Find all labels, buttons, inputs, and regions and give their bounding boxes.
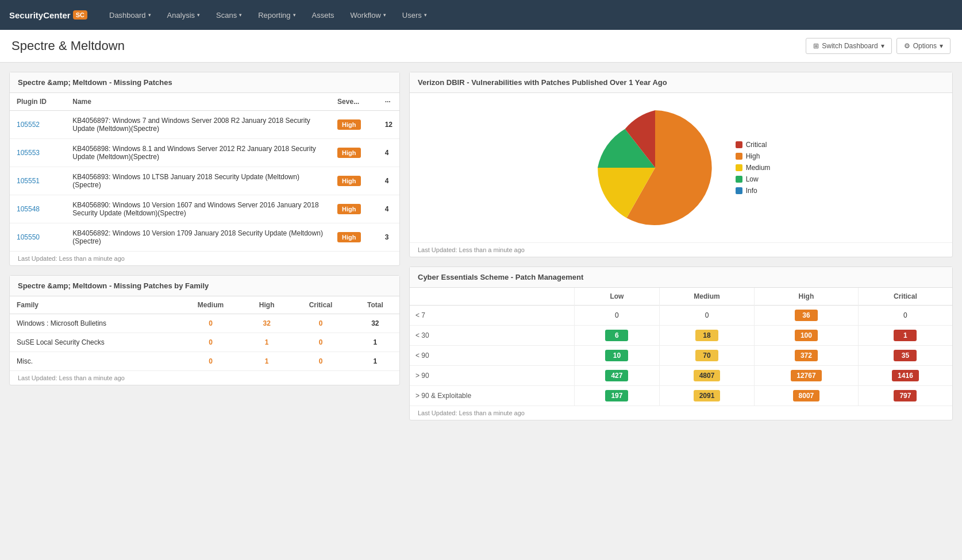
- cell-family: Windows : Microsoft Bulletins: [10, 314, 178, 333]
- table-row[interactable]: < 30 6 18 100 1: [410, 326, 952, 346]
- cell-high: 1: [243, 333, 290, 352]
- table-row[interactable]: < 90 10 70 372 35: [410, 346, 952, 366]
- panel-cyber-essentials: Cyber Essentials Scheme - Patch Manageme…: [409, 267, 953, 420]
- nav-item-scans[interactable]: Scans ▾: [208, 0, 250, 30]
- missing-patches-table: Plugin ID Name Seve... ··· 105552 KB4056…: [10, 93, 399, 251]
- cell-medium: 0: [178, 333, 243, 352]
- cell-total: 1: [351, 333, 399, 352]
- family-col-family: Family: [10, 296, 178, 314]
- col-severity: Seve...: [330, 93, 378, 111]
- table-row[interactable]: 105553 KB4056898: Windows 8.1 and Window…: [10, 139, 399, 167]
- right-column: Verizon DBIR - Vulnerabilities with Patc…: [409, 72, 953, 420]
- cell-name: KB4056897: Windows 7 and Windows Server …: [66, 111, 330, 139]
- cell-count: 3: [378, 223, 399, 252]
- chevron-down-icon: ▾: [293, 12, 296, 18]
- legend-critical: Critical: [736, 141, 771, 149]
- patch-col-critical: Critical: [858, 288, 952, 306]
- legend-dot-critical: [736, 141, 742, 148]
- table-row[interactable]: Misc. 0 1 0 1: [10, 352, 399, 371]
- legend-label-medium: Medium: [746, 164, 771, 172]
- cell-count: 4: [378, 167, 399, 195]
- panel2-body: Family Medium High Critical Total Window…: [10, 296, 399, 370]
- table-row[interactable]: 105552 KB4056897: Windows 7 and Windows …: [10, 111, 399, 139]
- legend-dot-low: [736, 176, 742, 183]
- panel2-footer: Last Updated: Less than a minute ago: [10, 370, 399, 385]
- panel3-header: Verizon DBIR - Vulnerabilities with Patc…: [410, 72, 952, 93]
- nav-item-analysis[interactable]: Analysis ▾: [159, 0, 208, 30]
- cell-total: 1: [351, 352, 399, 371]
- options-button[interactable]: ⚙ Options ▾: [896, 38, 951, 54]
- family-col-critical: Critical: [290, 296, 351, 314]
- cell-range: < 90: [410, 346, 574, 366]
- chevron-down-icon: ▾: [940, 42, 943, 50]
- nav-item-users[interactable]: Users ▾: [394, 0, 435, 30]
- legend-medium: Medium: [736, 164, 771, 172]
- col-name: Name: [66, 93, 330, 111]
- cell-medium: 2091: [660, 386, 755, 406]
- pie-chart: [592, 105, 718, 231]
- table-row[interactable]: < 7 0 0 36 0: [410, 306, 952, 326]
- cell-critical: 797: [858, 386, 952, 406]
- legend-high: High: [736, 152, 771, 160]
- legend-info: Info: [736, 187, 771, 195]
- legend-dot-medium: [736, 164, 742, 171]
- panel-verizon-dbir: Verizon DBIR - Vulnerabilities with Patc…: [409, 72, 953, 257]
- panel3-footer: Last Updated: Less than a minute ago: [410, 242, 952, 257]
- nav-item-assets[interactable]: Assets: [304, 0, 343, 30]
- table-row[interactable]: 105550 KB4056892: Windows 10 Version 170…: [10, 223, 399, 252]
- switch-dashboard-button[interactable]: ⊞ Switch Dashboard ▾: [806, 38, 891, 54]
- table-row[interactable]: > 90 & Exploitable 197 2091 8007 797: [410, 386, 952, 406]
- cell-medium: 0: [660, 306, 755, 326]
- table-row[interactable]: Windows : Microsoft Bulletins 0 32 0 32: [10, 314, 399, 333]
- table-row[interactable]: 105548 KB4056890: Windows 10 Version 160…: [10, 195, 399, 223]
- cell-critical: 1: [858, 326, 952, 346]
- panel-missing-patches-family: Spectre &amp; Meltdown - Missing Patches…: [9, 275, 400, 385]
- legend-label-high: High: [746, 152, 760, 160]
- nav-item-reporting[interactable]: Reporting ▾: [250, 0, 303, 30]
- brand: SecurityCenter SC: [9, 10, 87, 20]
- cell-severity: High: [330, 111, 378, 139]
- chevron-down-icon: ▾: [148, 12, 151, 18]
- patch-management-table: Low Medium High Critical < 7 0 0 36 0 < …: [410, 288, 952, 405]
- chevron-down-icon: ▾: [197, 12, 200, 18]
- cell-range: < 7: [410, 306, 574, 326]
- cell-high: 12767: [754, 366, 858, 386]
- cell-high: 100: [754, 326, 858, 346]
- nav-item-workflow[interactable]: Workflow ▾: [343, 0, 394, 30]
- panel1-body: Plugin ID Name Seve... ··· 105552 KB4056…: [10, 93, 399, 251]
- cell-name: KB4056892: Windows 10 Version 1709 Janua…: [66, 223, 330, 252]
- panel4-footer: Last Updated: Less than a minute ago: [410, 405, 952, 420]
- cell-severity: High: [330, 223, 378, 252]
- chevron-down-icon: ▾: [424, 12, 427, 18]
- nav-item-dashboard[interactable]: Dashboard ▾: [101, 0, 159, 30]
- table-row[interactable]: 105551 KB4056893: Windows 10 LTSB Januar…: [10, 167, 399, 195]
- cell-range: > 90 & Exploitable: [410, 386, 574, 406]
- cell-severity: High: [330, 195, 378, 223]
- cell-low: 0: [574, 306, 660, 326]
- legend-label-low: Low: [746, 175, 759, 183]
- cell-medium: 70: [660, 346, 755, 366]
- legend-label-info: Info: [746, 187, 757, 195]
- legend-dot-info: [736, 187, 742, 194]
- cell-count: 4: [378, 195, 399, 223]
- cell-severity: High: [330, 139, 378, 167]
- navbar: SecurityCenter SC Dashboard ▾ Analysis ▾…: [0, 0, 962, 30]
- cell-low: 197: [574, 386, 660, 406]
- legend-low: Low: [736, 175, 771, 183]
- cell-medium: 4807: [660, 366, 755, 386]
- cell-high: 8007: [754, 386, 858, 406]
- page-header: Spectre & Meltdown ⊞ Switch Dashboard ▾ …: [0, 30, 962, 63]
- chevron-down-icon: ▾: [383, 12, 386, 18]
- family-col-total: Total: [351, 296, 399, 314]
- cell-plugin-id: 105551: [10, 167, 66, 195]
- table-row[interactable]: SuSE Local Security Checks 0 1 0 1: [10, 333, 399, 352]
- cell-high: 36: [754, 306, 858, 326]
- cell-critical: 35: [858, 346, 952, 366]
- cell-severity: High: [330, 167, 378, 195]
- table-row[interactable]: > 90 427 4807 12767 1416: [410, 366, 952, 386]
- cell-plugin-id: 105550: [10, 223, 66, 252]
- main-content: Spectre &amp; Meltdown - Missing Patches…: [0, 63, 962, 430]
- cell-count: 12: [378, 111, 399, 139]
- cell-count: 4: [378, 139, 399, 167]
- panel3-body: Critical High Medium Low: [410, 93, 952, 242]
